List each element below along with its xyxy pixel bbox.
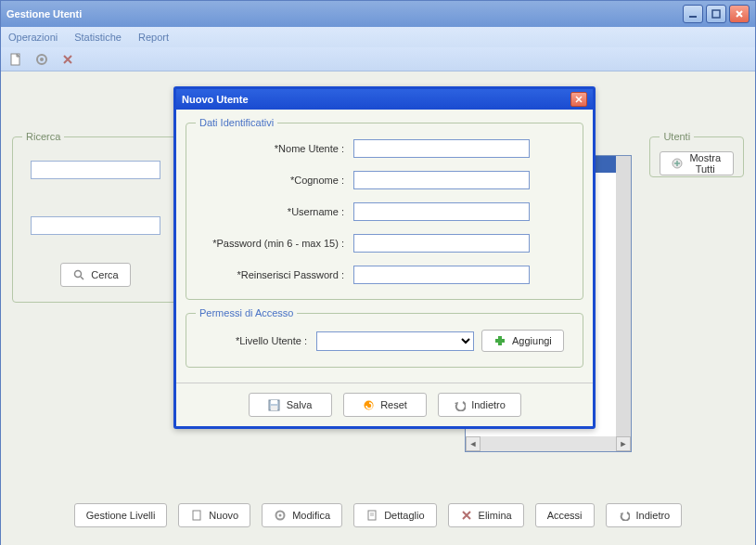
dati-legend: Dati Identificativi xyxy=(196,117,277,128)
window-title: Gestione Utenti xyxy=(6,8,82,19)
password-label: *Password (min 6 - max 15) : xyxy=(196,238,353,249)
dialog-titlebar: Nuovo Utente xyxy=(176,89,593,110)
bottom-toolbar: Gestione Livelli Nuovo Modifica Dettagli… xyxy=(1,503,755,527)
modifica-label: Modifica xyxy=(292,510,330,521)
mostra-tutti-button[interactable]: Mostra Tutti xyxy=(660,151,734,175)
ricerca-group: Ricerca Cerca xyxy=(12,131,179,303)
modifica-button[interactable]: Modifica xyxy=(262,503,342,527)
nome-input[interactable] xyxy=(353,139,530,158)
plus-circle-icon xyxy=(672,157,683,170)
dati-identificativi-group: Dati Identificativi *Nome Utente : *Cogn… xyxy=(186,117,583,300)
permessi-legend: Permessi di Accesso xyxy=(196,307,297,318)
elimina-button[interactable]: Elimina xyxy=(448,503,524,527)
toolbar xyxy=(1,47,755,71)
svg-rect-1 xyxy=(712,10,720,18)
svg-point-4 xyxy=(40,58,44,61)
nuovo-label: Nuovo xyxy=(209,510,238,521)
svg-rect-11 xyxy=(271,400,277,404)
scroll-right-icon[interactable]: ► xyxy=(616,436,631,451)
password2-input[interactable] xyxy=(353,266,530,284)
svg-rect-14 xyxy=(193,511,200,520)
content-area: Ricerca Cerca nistratore ◄ ► Utenti M xyxy=(1,71,755,545)
titlebar: Gestione Utenti xyxy=(1,1,755,27)
reset-icon xyxy=(362,398,375,411)
accessi-label: Accessi xyxy=(547,510,583,521)
accessi-button[interactable]: Accessi xyxy=(535,503,595,527)
vertical-scrollbar[interactable] xyxy=(616,156,631,436)
delete-x-icon xyxy=(460,509,473,522)
livello-select[interactable] xyxy=(316,331,474,351)
cerca-label: Cerca xyxy=(91,269,118,280)
svg-point-16 xyxy=(279,514,282,517)
dettaglio-label: Dettaglio xyxy=(384,510,424,521)
elimina-label: Elimina xyxy=(479,510,512,521)
back-arrow-icon xyxy=(453,398,466,411)
gear-icon xyxy=(274,509,287,522)
svg-point-5 xyxy=(75,271,82,278)
livello-label: *Livello Utente : xyxy=(196,335,316,346)
close-button[interactable] xyxy=(729,5,750,23)
scroll-track[interactable] xyxy=(481,436,616,451)
new-file-icon xyxy=(190,509,203,522)
back-arrow-icon xyxy=(618,509,631,522)
gestione-livelli-label: Gestione Livelli xyxy=(86,510,156,521)
main-window: Gestione Utenti Operazioni Statistiche R… xyxy=(0,0,756,545)
cognome-input[interactable] xyxy=(353,171,530,189)
cognome-label: *Cognome : xyxy=(196,175,353,186)
cerca-button[interactable]: Cerca xyxy=(60,263,130,287)
dialog-actions: Salva Reset Indietro xyxy=(176,383,593,426)
aggiungi-button[interactable]: Aggiungi xyxy=(481,330,564,352)
nuovo-button[interactable]: Nuovo xyxy=(178,503,250,527)
save-icon xyxy=(268,398,281,411)
indietro-button[interactable]: Indietro xyxy=(606,503,683,527)
salva-label: Salva xyxy=(287,399,313,410)
utenti-group: Utenti Mostra Tutti xyxy=(649,131,744,177)
permessi-group: Permessi di Accesso *Livello Utente : Ag… xyxy=(186,307,583,368)
gear-icon[interactable] xyxy=(34,52,49,67)
search-icon xyxy=(72,268,85,281)
dialog-title: Nuovo Utente xyxy=(182,94,249,105)
menu-statistiche[interactable]: Statistiche xyxy=(74,32,122,43)
minimize-button[interactable] xyxy=(683,5,703,23)
svg-rect-12 xyxy=(271,406,277,410)
aggiungi-label: Aggiungi xyxy=(512,335,552,346)
username-label: *Username : xyxy=(196,206,353,217)
ricerca-input-1[interactable] xyxy=(31,161,160,179)
mostra-tutti-label: Mostra Tutti xyxy=(688,152,722,175)
indietro-label: Indietro xyxy=(636,510,671,521)
reset-button[interactable]: Reset xyxy=(343,393,427,417)
menu-report[interactable]: Report xyxy=(138,32,169,43)
gestione-livelli-button[interactable]: Gestione Livelli xyxy=(74,503,168,527)
ricerca-legend: Ricerca xyxy=(22,131,64,142)
salva-button[interactable]: Salva xyxy=(249,393,332,417)
menu-operazioni[interactable]: Operazioni xyxy=(8,32,58,43)
dialog-close-button[interactable] xyxy=(570,92,587,107)
svg-line-6 xyxy=(81,277,83,279)
utenti-legend: Utenti xyxy=(660,131,694,142)
scroll-left-icon[interactable]: ◄ xyxy=(466,436,481,451)
indietro-dialog-label: Indietro xyxy=(471,399,506,410)
nome-label: *Nome Utente : xyxy=(196,143,353,154)
plus-icon xyxy=(493,334,506,347)
horizontal-scrollbar[interactable]: ◄ ► xyxy=(466,436,631,451)
maximize-button[interactable] xyxy=(706,5,726,23)
reset-label: Reset xyxy=(380,399,407,410)
svg-rect-9 xyxy=(495,339,505,343)
password2-label: *Reinserisci Password : xyxy=(196,269,353,280)
ricerca-input-2[interactable] xyxy=(31,216,160,235)
dettaglio-button[interactable]: Dettaglio xyxy=(353,503,436,527)
menubar: Operazioni Statistiche Report xyxy=(1,27,755,47)
password-input[interactable] xyxy=(353,234,530,253)
new-file-icon[interactable] xyxy=(8,52,23,67)
delete-x-icon[interactable] xyxy=(60,52,75,67)
dialog-body: Dati Identificativi *Nome Utente : *Cogn… xyxy=(176,110,593,383)
username-input[interactable] xyxy=(353,202,530,221)
indietro-dialog-button[interactable]: Indietro xyxy=(438,393,521,417)
nuovo-utente-dialog: Nuovo Utente Dati Identificativi *Nome U… xyxy=(173,86,596,429)
page-icon xyxy=(365,509,378,522)
svg-rect-0 xyxy=(689,16,697,18)
